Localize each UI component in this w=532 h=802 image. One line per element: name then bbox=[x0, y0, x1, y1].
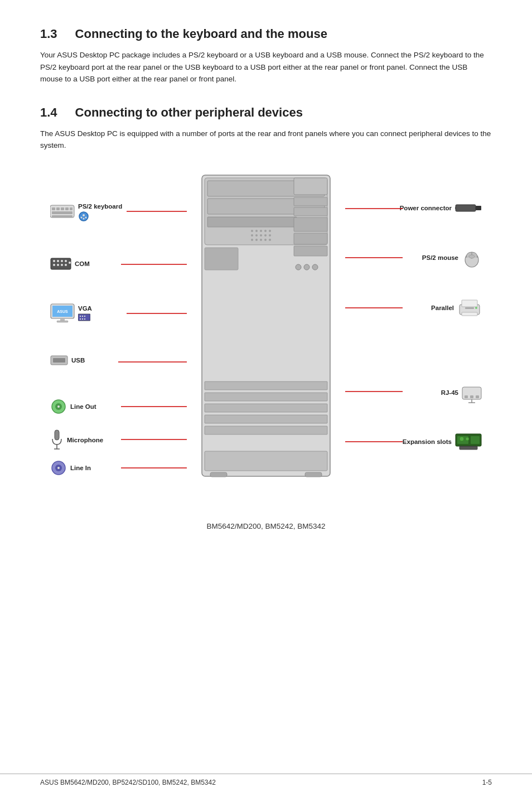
svg-point-83 bbox=[57, 405, 60, 408]
svg-point-12 bbox=[251, 230, 253, 232]
svg-point-56 bbox=[83, 218, 85, 219]
svg-point-34 bbox=[304, 264, 309, 270]
keyboard-icon bbox=[50, 204, 75, 221]
svg-point-73 bbox=[80, 316, 81, 317]
label-microphone: Microphone bbox=[50, 429, 103, 451]
svg-point-75 bbox=[84, 316, 85, 317]
svg-rect-102 bbox=[465, 395, 468, 398]
ps2-mouse-label: PS/2 mouse bbox=[422, 254, 458, 261]
svg-rect-42 bbox=[210, 472, 227, 477]
line-out-icon bbox=[50, 398, 67, 415]
svg-rect-30 bbox=[294, 218, 327, 231]
svg-point-100 bbox=[475, 307, 477, 309]
footer-left-text: ASUS BM5642/MD200, BP5242/SD100, BM5242,… bbox=[40, 779, 216, 786]
svg-point-112 bbox=[466, 437, 469, 441]
svg-point-77 bbox=[82, 318, 83, 320]
svg-point-53 bbox=[83, 214, 85, 216]
label-usb: USB bbox=[50, 354, 85, 367]
svg-rect-31 bbox=[294, 233, 327, 244]
page-content: 1.3 Connecting to the keyboard and the m… bbox=[0, 0, 532, 582]
section-1-3-body: Your ASUS Desktop PC package includes a … bbox=[40, 49, 492, 85]
svg-rect-51 bbox=[52, 215, 72, 218]
svg-rect-27 bbox=[294, 178, 327, 195]
power-connector-label: Power connector bbox=[400, 205, 452, 211]
svg-point-19 bbox=[260, 234, 262, 236]
svg-rect-43 bbox=[305, 472, 322, 477]
ps2-keyboard-label: PS/2 keyboard bbox=[78, 203, 122, 210]
svg-point-18 bbox=[255, 234, 258, 236]
svg-rect-29 bbox=[294, 207, 327, 216]
footer-right-text: 1-5 bbox=[482, 779, 492, 786]
label-power-connector: Power connector bbox=[400, 200, 482, 216]
pc-tower-svg bbox=[185, 170, 347, 487]
svg-rect-84 bbox=[55, 430, 59, 440]
svg-rect-71 bbox=[57, 321, 68, 322]
rj45-label: RJ-45 bbox=[441, 389, 458, 396]
svg-point-14 bbox=[260, 230, 262, 232]
svg-point-111 bbox=[460, 437, 464, 441]
expansion-slots-label: Expansion slots bbox=[403, 438, 452, 445]
svg-rect-110 bbox=[460, 446, 477, 450]
vga-connector-icon bbox=[78, 313, 90, 322]
svg-rect-57 bbox=[51, 258, 71, 269]
svg-rect-28 bbox=[294, 197, 327, 206]
usb-icon bbox=[50, 354, 68, 367]
svg-point-13 bbox=[255, 230, 258, 232]
svg-rect-41 bbox=[205, 451, 327, 471]
diagram-caption: BM5642/MD200, BM5242, BM5342 bbox=[40, 522, 492, 530]
svg-point-55 bbox=[85, 216, 87, 218]
svg-point-89 bbox=[57, 467, 60, 469]
svg-rect-90 bbox=[456, 205, 476, 211]
svg-rect-10 bbox=[207, 217, 297, 227]
svg-rect-103 bbox=[470, 395, 473, 398]
vga-label: VGA bbox=[78, 305, 92, 312]
svg-rect-45 bbox=[52, 207, 55, 210]
rj45-icon bbox=[462, 381, 482, 404]
peripheral-diagram: PS/2 keyboard bbox=[40, 170, 492, 515]
svg-point-26 bbox=[269, 239, 271, 241]
com-label: COM bbox=[75, 260, 90, 267]
svg-rect-49 bbox=[70, 207, 72, 210]
line-out-label: Line Out bbox=[70, 403, 96, 410]
svg-rect-72 bbox=[78, 314, 90, 321]
line-in-label: Line In bbox=[70, 465, 91, 471]
svg-text:ASUS: ASUS bbox=[57, 310, 68, 313]
svg-rect-40 bbox=[205, 426, 327, 434]
svg-rect-47 bbox=[61, 207, 64, 210]
section-1-4-heading: Connecting to other peripheral devices bbox=[75, 105, 303, 120]
svg-point-33 bbox=[296, 264, 301, 270]
svg-rect-70 bbox=[60, 318, 65, 321]
svg-rect-104 bbox=[476, 395, 479, 398]
svg-point-59 bbox=[57, 260, 59, 262]
svg-point-20 bbox=[264, 234, 267, 236]
svg-rect-109 bbox=[471, 436, 480, 444]
line-in-icon bbox=[50, 460, 67, 476]
svg-rect-36 bbox=[205, 381, 327, 390]
section-1-4-title: 1.4 Connecting to other peripheral devic… bbox=[40, 105, 492, 120]
parallel-label: Parallel bbox=[431, 305, 454, 311]
svg-point-63 bbox=[57, 264, 59, 266]
label-ps2-keyboard: PS/2 keyboard bbox=[50, 203, 122, 222]
label-line-out: Line Out bbox=[50, 398, 96, 415]
svg-point-24 bbox=[260, 239, 262, 241]
svg-point-58 bbox=[53, 260, 55, 262]
svg-point-65 bbox=[65, 264, 67, 266]
svg-rect-99 bbox=[465, 307, 474, 309]
svg-point-22 bbox=[251, 239, 253, 241]
power-connector-icon bbox=[455, 200, 482, 216]
label-expansion-slots: Expansion slots bbox=[403, 432, 482, 452]
svg-point-64 bbox=[61, 264, 63, 266]
parallel-printer-icon bbox=[457, 298, 482, 318]
svg-point-16 bbox=[269, 230, 271, 232]
svg-point-60 bbox=[61, 260, 63, 262]
label-ps2-mouse: PS/2 mouse bbox=[422, 248, 482, 268]
svg-point-35 bbox=[312, 264, 318, 270]
svg-point-78 bbox=[84, 318, 85, 320]
label-line-in: Line In bbox=[50, 460, 91, 476]
svg-rect-32 bbox=[294, 246, 327, 256]
svg-point-21 bbox=[269, 234, 271, 236]
svg-point-62 bbox=[53, 264, 55, 266]
svg-point-15 bbox=[264, 230, 267, 232]
label-vga: ASUS VGA bbox=[50, 303, 92, 323]
svg-rect-97 bbox=[462, 300, 477, 307]
